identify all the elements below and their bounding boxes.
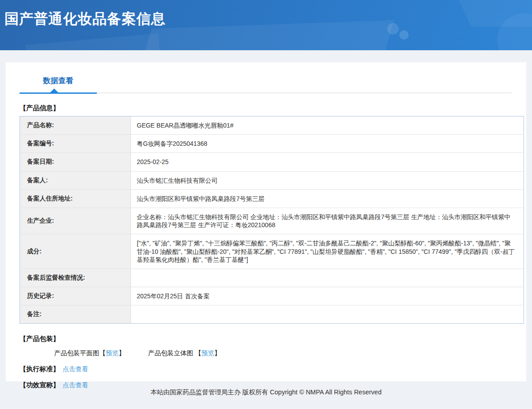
row-value: 2025-02-25 xyxy=(131,153,524,171)
table-row: 历史记录: 2025年02月25日 首次备案 xyxy=(20,287,524,305)
row-label: 备案编号: xyxy=(20,135,131,153)
table-row: 备注: xyxy=(20,305,524,324)
row-label: 历史记录: xyxy=(20,287,131,305)
table-row: 生产企业: 企业名称：汕头市铭汇生物科技有限公司 企业地址：汕头市潮阳区和平镇紫… xyxy=(20,208,524,234)
efficacy-row: 【功效宣称】点击查看 xyxy=(20,381,512,389)
tab-data-view[interactable]: 数据查看 xyxy=(20,74,97,86)
packaging-stereo-item: 产品包装立体图 【预览】 xyxy=(148,349,221,357)
row-label: 备案人: xyxy=(20,171,131,189)
efficacy-view-link[interactable]: 点击查看 xyxy=(63,381,88,389)
row-label: 备注: xyxy=(20,305,131,324)
row-value: GEGE BEAR晶透嘟嘟水光唇釉01# xyxy=(131,116,524,135)
table-row: 成分: ["水", "矿油", "聚异丁烯", "十三烷醇偏苯三酸酯", "丙二… xyxy=(20,234,524,269)
packaging-flat-preview-link[interactable]: 预览 xyxy=(106,349,119,357)
row-value: 企业名称：汕头市铭汇生物科技有限公司 企业地址：汕头市潮阳区和平镇紫中路凤臬路段… xyxy=(131,208,524,234)
row-value xyxy=(131,305,524,324)
section-title-product-info: 【产品信息】 xyxy=(20,104,512,112)
banner-decor-polygon xyxy=(26,33,161,50)
packaging-stereo-label: 产品包装立体图 xyxy=(148,349,195,357)
row-label: 备案日期: xyxy=(20,153,131,171)
table-row: 备案编号: 粤G妆网备字2025041368 xyxy=(20,135,524,153)
row-value xyxy=(131,269,524,287)
standards-view-link[interactable]: 点击查看 xyxy=(63,365,88,373)
tab-active-arrow-icon xyxy=(50,88,58,92)
row-value: 2025年02月25日 首次备案 xyxy=(131,287,524,305)
packaging-links-row: 产品包装平面图【预览】产品包装立体图 【预览】 xyxy=(54,349,512,357)
bracket-close: 】 xyxy=(214,349,221,357)
tab-active-underline xyxy=(20,92,97,94)
bracket-close: 】 xyxy=(119,349,125,357)
table-row: 产品名称: GEGE BEAR晶透嘟嘟水光唇釉01# xyxy=(20,116,524,135)
row-value: ["水", "矿油", "聚异丁烯", "十三烷醇偏苯三酸酯", "丙二醇", … xyxy=(131,234,524,269)
bracket-open: 【 xyxy=(195,349,202,357)
table-row: 备案人住所地址: 汕头市潮阳区和平镇紫中路凤臬路段7号第三层 xyxy=(20,189,524,208)
table-row: 备案人: 汕头市铭汇生物科技有限公司 xyxy=(20,171,524,189)
row-value: 汕头市铭汇生物科技有限公司 xyxy=(131,171,524,189)
standards-label: 【执行标准】 xyxy=(20,365,60,373)
content-card: 数据查看 【产品信息】 产品名称: GEGE BEAR晶透嘟嘟水光唇釉01# 备… xyxy=(6,62,526,381)
row-label: 备案后监督检查情况: xyxy=(20,269,131,287)
table-row: 备案日期: 2025-02-25 xyxy=(20,153,524,171)
page-title: 国产普通化妆品备案信息 xyxy=(0,0,532,29)
packaging-flat-label: 产品包装平面图 xyxy=(54,349,99,357)
banner-decor-circle xyxy=(399,30,409,40)
row-value: 汕头市潮阳区和平镇紫中路凤臬路段7号第三层 xyxy=(131,189,524,208)
bracket-open: 【 xyxy=(99,349,106,357)
efficacy-label: 【功效宣称】 xyxy=(20,381,60,389)
row-label: 备案人住所地址: xyxy=(20,189,131,208)
page-header-banner: 国产普通化妆品备案信息 xyxy=(0,0,532,50)
row-label: 产品名称: xyxy=(20,116,131,135)
row-label: 成分: xyxy=(20,234,131,269)
standards-row: 【执行标准】点击查看 xyxy=(20,365,512,373)
section-title-packaging: 【产品包装】 xyxy=(20,335,512,343)
row-label: 生产企业: xyxy=(20,208,131,234)
packaging-flat-item: 产品包装平面图【预览】 xyxy=(54,349,125,357)
row-value: 粤G妆网备字2025041368 xyxy=(131,135,524,153)
product-info-table: 产品名称: GEGE BEAR晶透嘟嘟水光唇釉01# 备案编号: 粤G妆网备字2… xyxy=(20,116,524,324)
packaging-stereo-preview-link[interactable]: 预览 xyxy=(202,349,214,357)
table-row: 备案后监督检查情况: xyxy=(20,269,524,287)
tab-bar: 数据查看 xyxy=(20,74,512,93)
